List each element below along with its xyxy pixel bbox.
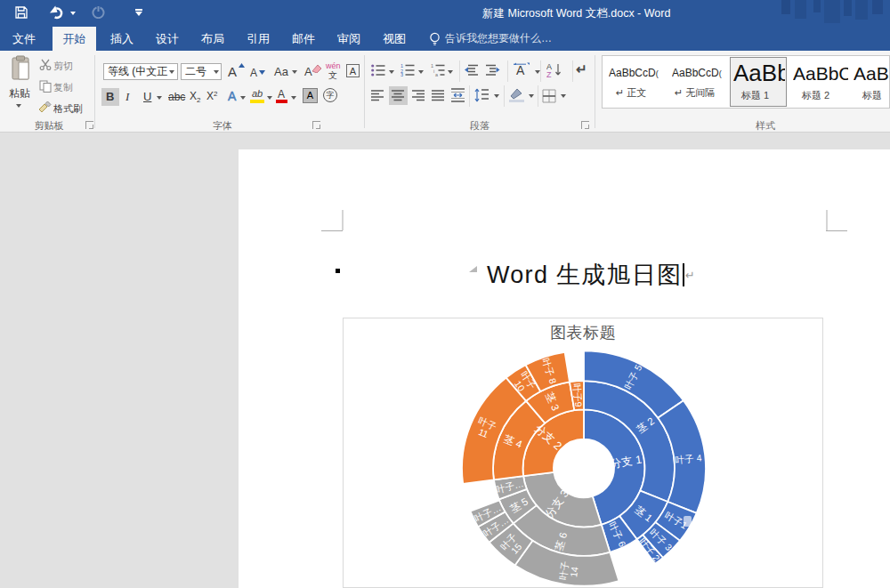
svg-text:3: 3	[400, 72, 403, 77]
svg-text:A: A	[516, 63, 525, 77]
svg-text:叶子9: 叶子9	[571, 383, 584, 407]
svg-text:a: a	[435, 72, 439, 77]
svg-text:Z: Z	[546, 70, 552, 78]
